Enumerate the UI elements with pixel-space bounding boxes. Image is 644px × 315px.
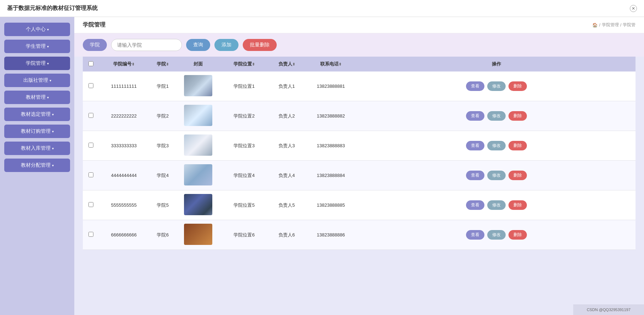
row-cover-2 <box>177 131 219 161</box>
sidebar-item-label-textbook-select-mgmt: 教材选定管理 <box>21 111 51 118</box>
breadcrumb-item-1: 学院管理 <box>602 22 619 28</box>
table-header: 学院编号⇕ 学院⇕ 封面 学院位置⇕ 负责人⇕ 联系电话 <box>83 57 636 71</box>
main-layout: 个人中心▾学生管理▾学院管理▾出版社管理▾教材管理▾教材选定管理▾教材订购管理▾… <box>0 17 644 315</box>
chevron-down-icon: ▾ <box>47 62 49 65</box>
select-all-checkbox[interactable] <box>88 61 93 66</box>
sidebar-item-textbook-select-mgmt[interactable]: 教材选定管理▾ <box>4 108 70 121</box>
table-row: 3333333333 学院3 学院位置3 负责人3 13823888883 查看… <box>83 131 636 161</box>
delete-button-0[interactable]: 删除 <box>508 81 527 91</box>
close-button[interactable]: ✕ <box>630 5 637 12</box>
delete-button-3[interactable]: 删除 <box>508 171 527 180</box>
row-manager-1: 负责人2 <box>269 101 304 131</box>
delete-button-1[interactable]: 删除 <box>508 111 527 121</box>
action-buttons-5: 查看 修改 删除 <box>363 230 630 240</box>
batch-delete-button[interactable]: 批量删除 <box>243 39 277 51</box>
delete-button-5[interactable]: 删除 <box>508 230 527 240</box>
row-phone-5: 13823888886 <box>304 220 357 250</box>
row-manager-2: 负责人3 <box>269 131 304 161</box>
sort-icon-id: ⇕ <box>132 62 134 66</box>
view-button-3[interactable]: 查看 <box>466 171 484 180</box>
row-phone-4: 13823888885 <box>304 190 357 220</box>
chevron-down-icon: ▾ <box>52 164 54 167</box>
row-college-name-4: 学院5 <box>149 190 177 220</box>
cover-image-0 <box>184 75 212 96</box>
view-button-4[interactable]: 查看 <box>466 200 484 210</box>
col-header-location: 学院位置⇕ <box>219 57 269 71</box>
sidebar-item-personal-center[interactable]: 个人中心▾ <box>4 23 70 36</box>
row-college-name-0: 学院1 <box>149 71 177 101</box>
row-checkbox-3[interactable] <box>88 172 93 177</box>
row-cover-4 <box>177 190 219 220</box>
row-cover-3 <box>177 161 219 190</box>
action-buttons-2: 查看 修改 删除 <box>363 141 630 150</box>
chevron-down-icon: ▾ <box>47 28 49 31</box>
edit-button-3[interactable]: 修改 <box>487 171 506 180</box>
row-location-5: 学院位置6 <box>219 220 269 250</box>
row-action-1: 查看 修改 删除 <box>357 101 636 131</box>
sidebar-item-label-publisher-mgmt: 出版社管理 <box>23 77 48 84</box>
sidebar-item-textbook-alloc-mgmt[interactable]: 教材分配管理▾ <box>4 159 70 172</box>
row-action-2: 查看 修改 删除 <box>357 131 636 161</box>
row-location-2: 学院位置3 <box>219 131 269 161</box>
row-action-4: 查看 修改 删除 <box>357 190 636 220</box>
row-checkbox-5[interactable] <box>88 232 93 237</box>
sidebar-item-college-mgmt[interactable]: 学院管理▾ <box>4 57 70 70</box>
sidebar-item-label-personal-center: 个人中心 <box>26 26 46 33</box>
chevron-down-icon: ▾ <box>52 113 54 116</box>
cover-image-5 <box>184 224 212 245</box>
app-title: 基于数据元标准的教材征订管理系统 <box>7 5 98 12</box>
edit-button-0[interactable]: 修改 <box>487 81 506 91</box>
search-input[interactable] <box>111 39 182 51</box>
sidebar-item-label-textbook-order-mgmt: 教材订购管理 <box>21 128 51 134</box>
sidebar-item-textbook-mgmt[interactable]: 教材管理▾ <box>4 91 70 104</box>
page-title: 学院管理 <box>83 21 105 29</box>
table-body: 1111111111 学院1 学院位置1 负责人1 13823888881 查看… <box>83 71 636 250</box>
row-phone-3: 13823888884 <box>304 161 357 190</box>
sidebar-item-textbook-order-mgmt[interactable]: 教材订购管理▾ <box>4 125 70 138</box>
view-button-0[interactable]: 查看 <box>466 81 484 91</box>
delete-button-2[interactable]: 删除 <box>508 141 527 150</box>
row-checkbox-0[interactable] <box>88 83 93 88</box>
row-checkbox-1[interactable] <box>88 113 93 118</box>
sidebar-item-publisher-mgmt[interactable]: 出版社管理▾ <box>4 74 70 87</box>
table-container: 学院编号⇕ 学院⇕ 封面 学院位置⇕ 负责人⇕ 联系电话 <box>74 57 644 258</box>
table-row: 1111111111 学院1 学院位置1 负责人1 13823888881 查看… <box>83 71 636 101</box>
add-button[interactable]: 添加 <box>214 39 238 51</box>
row-checkbox-4[interactable] <box>88 202 93 207</box>
sort-icon-manager: ⇕ <box>292 62 295 66</box>
action-buttons-0: 查看 修改 删除 <box>363 81 630 91</box>
edit-button-1[interactable]: 修改 <box>487 111 506 121</box>
query-button[interactable]: 查询 <box>186 39 210 51</box>
edit-button-2[interactable]: 修改 <box>487 141 506 150</box>
col-header-id: 学院编号⇕ <box>99 57 149 71</box>
college-table: 学院编号⇕ 学院⇕ 封面 学院位置⇕ 负责人⇕ 联系电话 <box>83 57 636 250</box>
sidebar-item-label-college-mgmt: 学院管理 <box>26 60 46 67</box>
toolbar: 学院 查询 添加 批量删除 <box>74 33 644 57</box>
col-header-manager: 负责人⇕ <box>269 57 304 71</box>
edit-button-5[interactable]: 修改 <box>487 230 506 240</box>
table-row: 5555555555 学院5 学院位置5 负责人5 13823888885 查看… <box>83 190 636 220</box>
row-action-0: 查看 修改 删除 <box>357 71 636 101</box>
view-button-1[interactable]: 查看 <box>466 111 484 121</box>
sidebar-item-student-mgmt[interactable]: 学生管理▾ <box>4 40 70 53</box>
edit-button-4[interactable]: 修改 <box>487 200 506 210</box>
college-tab-button[interactable]: 学院 <box>83 39 107 51</box>
row-manager-4: 负责人5 <box>269 190 304 220</box>
breadcrumb-home-icon: 🏠 <box>592 23 598 28</box>
sidebar-item-label-textbook-mgmt: 教材管理 <box>26 94 46 101</box>
delete-button-4[interactable]: 删除 <box>508 200 527 210</box>
row-phone-2: 13823888883 <box>304 131 357 161</box>
row-college-id-4: 5555555555 <box>99 190 149 220</box>
view-button-2[interactable]: 查看 <box>466 141 484 150</box>
breadcrumb-sep2: / <box>620 23 621 28</box>
view-button-5[interactable]: 查看 <box>466 230 484 240</box>
row-college-id-3: 4444444444 <box>99 161 149 190</box>
table-row: 6666666666 学院6 学院位置6 负责人6 13823888886 查看… <box>83 220 636 250</box>
row-college-id-0: 1111111111 <box>99 71 149 101</box>
sort-icon-phone: ⇕ <box>339 62 341 66</box>
sidebar-item-label-textbook-alloc-mgmt: 教材分配管理 <box>21 162 51 168</box>
row-college-id-5: 6666666666 <box>99 220 149 250</box>
sidebar-item-textbook-inbound-mgmt[interactable]: 教材入库管理▾ <box>4 142 70 155</box>
row-checkbox-2[interactable] <box>88 143 93 148</box>
row-checkbox-cell-0 <box>83 71 99 101</box>
